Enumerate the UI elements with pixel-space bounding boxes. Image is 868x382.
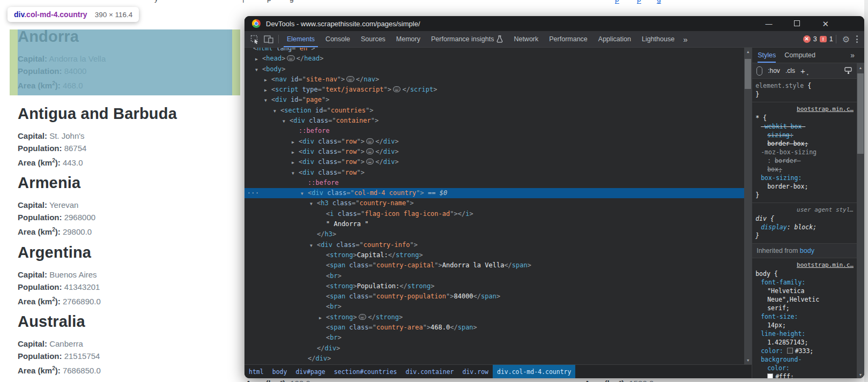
close-button[interactable]: ✕: [822, 20, 829, 28]
dom-tree-node[interactable]: ▼<section id="countries">: [244, 106, 744, 116]
dom-tree-node[interactable]: <br>: [244, 271, 744, 281]
styles-more-tabs-icon[interactable]: »: [850, 51, 855, 59]
breadcrumb-div-col-md-4-country[interactable]: div.col-md-4.country: [493, 365, 575, 378]
issues-count-badge[interactable]: 1: [829, 35, 833, 43]
css-line[interactable]: background-: [752, 355, 857, 364]
expand-arrow-right-icon[interactable]: ▶: [292, 137, 294, 147]
breadcrumb-html[interactable]: html: [244, 365, 268, 378]
breadcrumb-div-container[interactable]: div.container: [402, 365, 458, 378]
dom-tree-node[interactable]: ▶<strong>…</strong>: [244, 312, 744, 323]
dom-tree-node[interactable]: <strong>Capital:</strong>: [244, 250, 744, 260]
dom-tree-node[interactable]: ▶<nav id="site-nav">…</nav>: [244, 74, 744, 85]
tab-application[interactable]: Application: [593, 31, 636, 47]
dom-tree-node[interactable]: <strong>Population:</strong>: [244, 281, 744, 291]
dom-tree-node[interactable]: ▼<div class="country-info">: [244, 240, 744, 250]
stylesheet-link[interactable]: user agent styl…: [752, 206, 857, 214]
scroll-up-icon[interactable]: ▲: [744, 50, 752, 54]
expand-arrow-down-icon[interactable]: ▼: [310, 241, 313, 251]
inspect-element-icon[interactable]: [248, 33, 262, 46]
css-line[interactable]: "Helvetica: [752, 287, 857, 295]
new-style-rule-button[interactable]: +▾: [800, 67, 805, 75]
expand-arrow-right-icon[interactable]: ▶: [264, 85, 267, 95]
breadcrumb-div-page[interactable]: div#page: [291, 365, 329, 378]
css-line[interactable]: }: [752, 231, 857, 240]
dom-tree-node[interactable]: ▼<div class="row">: [244, 168, 744, 178]
css-line[interactable]: #fff;: [752, 372, 857, 378]
dom-tree-node[interactable]: <br>: [244, 333, 744, 343]
css-line[interactable]: line-height:: [752, 329, 857, 338]
dom-tree-node[interactable]: ▼<body>: [244, 64, 744, 74]
expand-arrow-right-icon[interactable]: ▶: [292, 158, 294, 168]
dom-tree-node[interactable]: ▶<script type="text/javascript">…</scrip…: [244, 85, 744, 95]
dom-tree-node[interactable]: ▶<div class="row">…</div>: [244, 147, 744, 157]
expand-arrow-down-icon[interactable]: ▼: [264, 95, 267, 106]
dom-tree-node[interactable]: " Andorra ": [244, 219, 744, 229]
devtools-titlebar[interactable]: DevTools - www.scrapethissite.com/pages/…: [244, 16, 864, 31]
expand-arrow-down-icon[interactable]: ▼: [292, 168, 294, 178]
css-line[interactable]: -moz-box-sizing: [752, 148, 857, 156]
css-line[interactable]: serif;: [752, 304, 857, 312]
dom-tree-node[interactable]: ▶<head>…</head>: [244, 54, 744, 64]
dom-tree-node[interactable]: ▼<div class="container">: [244, 116, 744, 126]
css-line[interactable]: : border-: [752, 156, 857, 165]
css-line[interactable]: Neue",Helvetic: [752, 295, 857, 304]
minimize-button[interactable]: —: [765, 20, 772, 27]
dom-tree-node[interactable]: <br>: [244, 302, 744, 312]
error-count-badge[interactable]: 3: [813, 35, 817, 43]
toggle-classes-button[interactable]: .cls: [785, 67, 795, 74]
dom-tree-node[interactable]: </div>: [244, 354, 744, 364]
collapsed-content-icon[interactable]: …: [287, 55, 294, 61]
dom-tree-node[interactable]: </div>: [244, 343, 744, 354]
css-line[interactable]: -webkit-box-: [752, 122, 857, 131]
color-swatch[interactable]: [767, 373, 773, 378]
collapsed-content-icon[interactable]: …: [346, 76, 354, 82]
css-line[interactable]: color:: [752, 364, 857, 372]
expand-arrow-down-icon[interactable]: ▼: [310, 199, 313, 209]
collapsed-content-icon[interactable]: …: [366, 148, 374, 154]
styles-scrollbar-thumb[interactable]: [857, 73, 864, 154]
scroll-down-icon[interactable]: ▼: [857, 373, 864, 377]
dom-tree-node[interactable]: <span class="country-population">84000</…: [244, 291, 744, 302]
tab-network[interactable]: Network: [508, 31, 544, 47]
dom-tree-node[interactable]: <i class="flag-icon flag-icon-ad"></i>: [244, 209, 744, 219]
toggle-hover-state-button[interactable]: :hov: [768, 67, 780, 74]
paint-icon[interactable]: [844, 67, 852, 74]
dom-tree-node[interactable]: ▶<div class="row">…</div>: [244, 137, 744, 147]
css-line[interactable]: * {: [752, 114, 857, 122]
tab-lighthouse[interactable]: Lighthouse: [636, 31, 680, 47]
css-line[interactable]: }: [752, 90, 857, 99]
styles-scrollbar[interactable]: ▲ ▼: [857, 63, 864, 378]
tab-memory[interactable]: Memory: [391, 31, 426, 47]
dom-tree-node[interactable]: ▼<h3 class="country-name">: [244, 198, 744, 208]
collapsed-content-icon[interactable]: …: [393, 86, 400, 92]
dom-tree-node[interactable]: ::before: [244, 178, 744, 188]
dom-tree-node[interactable]: <span class="country-capital">Andorra la…: [244, 260, 744, 271]
device-toolbar-icon[interactable]: [262, 33, 276, 46]
styles-filter-input[interactable]: [756, 66, 762, 76]
scroll-down-icon[interactable]: ▼: [744, 358, 752, 362]
node-menu-icon[interactable]: ···: [247, 188, 259, 198]
dom-tree-node[interactable]: <span class="country-area">468.0</span>: [244, 323, 744, 333]
dom-tree-node[interactable]: ::before: [244, 126, 744, 136]
css-line[interactable]: body {: [752, 269, 857, 278]
expand-arrow-right-icon[interactable]: ▶: [319, 313, 322, 323]
tab-performance[interactable]: Performance: [544, 31, 593, 47]
css-line[interactable]: }: [752, 191, 857, 199]
expand-arrow-down-icon[interactable]: ▼: [273, 106, 276, 116]
css-line[interactable]: sizing:: [752, 131, 857, 139]
dom-tree-node[interactable]: ▶<div class="row">…</div>: [244, 157, 744, 167]
expand-arrow-down-icon[interactable]: ▼: [283, 116, 285, 126]
stylesheet-link[interactable]: bootstrap.min.c…: [752, 105, 857, 114]
tab-sources[interactable]: Sources: [355, 31, 391, 47]
elements-scrollbar-thumb[interactable]: [745, 59, 751, 89]
scroll-up-icon[interactable]: ▲: [857, 66, 864, 70]
expand-arrow-down-icon[interactable]: ▼: [255, 65, 258, 75]
inherited-target-link[interactable]: body: [800, 247, 814, 254]
css-line[interactable]: border-box;: [752, 182, 857, 191]
css-line[interactable]: color: #333;: [752, 347, 857, 355]
tab-performance-insights[interactable]: Performance insights: [426, 31, 508, 47]
dom-tree-node[interactable]: <html lang="en">: [244, 48, 744, 54]
more-tabs-icon[interactable]: »: [680, 35, 691, 44]
breadcrumb-div-row[interactable]: div.row: [458, 365, 493, 378]
collapsed-content-icon[interactable]: …: [366, 159, 374, 164]
